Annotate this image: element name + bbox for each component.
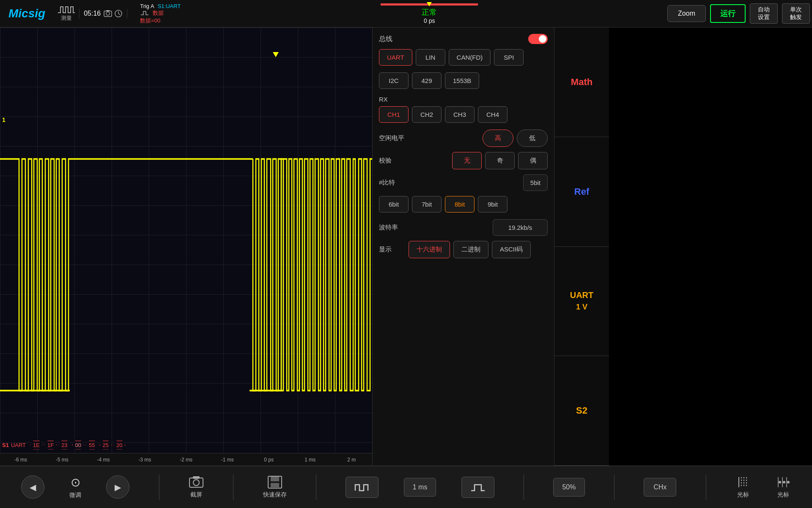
zoom-button[interactable]: Zoom bbox=[667, 5, 706, 22]
bus-section-header: 总线 bbox=[379, 34, 548, 44]
ch1-rx-btn[interactable]: CH1 bbox=[379, 106, 409, 123]
waveform-icon bbox=[58, 5, 75, 14]
check-none-btn[interactable]: 无 bbox=[452, 152, 482, 169]
hex-55: 55 bbox=[86, 441, 98, 450]
cursor2-button[interactable]: 光标 bbox=[776, 475, 791, 499]
sep3 bbox=[316, 475, 316, 500]
bus-toggle[interactable] bbox=[528, 34, 548, 44]
uart-hex-values: 1E 1F 23 00 55 25 20 bbox=[29, 441, 372, 450]
s1-label: S1 bbox=[2, 442, 9, 448]
check-odd-btn[interactable]: 奇 bbox=[485, 152, 515, 169]
right-panel: 总线 UART LIN CAN(FD) SPI I2C 429 1553B RX… bbox=[372, 28, 554, 466]
topbar: Micsig 测量 05:16 Trig A S1:UART bbox=[0, 0, 812, 28]
square-wave-icon bbox=[354, 482, 370, 492]
display-label: 显示 bbox=[379, 246, 404, 254]
check-even-btn[interactable]: 偶 bbox=[518, 152, 548, 169]
6bit-btn[interactable]: 6bit bbox=[379, 196, 409, 213]
clock-time: 05:16 bbox=[84, 10, 101, 17]
baud-label: 波特率 bbox=[379, 224, 488, 232]
measure-label: 测量 bbox=[61, 14, 72, 22]
display-row: 显示 十六进制 二进制 ASCII码 bbox=[379, 241, 548, 258]
time-label-8: 2 m bbox=[331, 457, 372, 463]
idle-label: 空闲电平 bbox=[379, 134, 478, 142]
brand-logo: Micsig bbox=[0, 7, 54, 20]
1553b-btn[interactable]: 1553B bbox=[445, 72, 479, 89]
single-trigger-button[interactable]: 单次 触发 bbox=[782, 3, 810, 24]
cursor2-label: 光标 bbox=[777, 491, 789, 499]
ch4-rx-btn[interactable]: CH4 bbox=[478, 106, 508, 123]
trigger-section: Trig A S1:UART 数据 数据=00 bbox=[127, 3, 193, 25]
uart-far-volt: 1 V bbox=[576, 303, 587, 312]
uart-decode-bar: S1 UART 1E 1F 23 00 55 25 20 bbox=[0, 437, 372, 453]
ref-label: Ref bbox=[574, 186, 589, 197]
math-button[interactable]: Math bbox=[554, 28, 609, 137]
svg-point-20 bbox=[779, 481, 781, 483]
429-btn[interactable]: 429 bbox=[412, 72, 442, 89]
check-label: 校验 bbox=[379, 157, 448, 165]
time-axis: -6 ms -5 ms -4 ms -3 ms -2 ms -1 ms 0 ps… bbox=[0, 453, 372, 466]
trig-protocol: S1:UART bbox=[158, 3, 181, 9]
bin-display-btn[interactable]: 二进制 bbox=[453, 241, 488, 258]
ch2-rx-btn[interactable]: CH2 bbox=[412, 106, 442, 123]
math-label: Math bbox=[571, 77, 593, 88]
9bit-btn[interactable]: 9bit bbox=[478, 196, 508, 213]
waveform-shape-btn1[interactable] bbox=[346, 477, 379, 498]
baud-value[interactable]: 19.2kb/s bbox=[493, 219, 548, 236]
low-btn[interactable]: 低 bbox=[517, 130, 548, 147]
bits-label: #比特 bbox=[379, 179, 519, 187]
waveform-shape-btn2[interactable] bbox=[461, 477, 494, 498]
cursor1-button[interactable]: 光标 bbox=[735, 475, 751, 499]
trig-data: 数据 bbox=[153, 9, 164, 17]
run-button[interactable]: 运行 bbox=[710, 4, 746, 23]
bits-5bit: 5bit bbox=[523, 174, 548, 191]
percent-btn[interactable]: 50% bbox=[553, 478, 584, 497]
hex-1f: 1F bbox=[44, 441, 57, 450]
auto-button[interactable]: 自动 设置 bbox=[750, 3, 778, 24]
center-status: 正常 0 ps bbox=[193, 3, 665, 24]
cursor1-icon bbox=[735, 475, 751, 489]
ch3-rx-btn[interactable]: CH3 bbox=[445, 106, 475, 123]
ref-button[interactable]: Ref bbox=[554, 137, 609, 247]
time-value-btn[interactable]: 1 ms bbox=[404, 478, 436, 497]
save-button[interactable]: 快速保存 bbox=[263, 475, 287, 499]
8bit-btn[interactable]: 8bit bbox=[445, 196, 475, 213]
pulse-wave-icon bbox=[470, 482, 486, 492]
trigger-position-marker bbox=[273, 52, 279, 57]
high-btn[interactable]: 高 bbox=[483, 130, 513, 147]
sep2 bbox=[233, 475, 233, 500]
uart-channel-button[interactable]: UART 1 V bbox=[554, 247, 609, 356]
top-info: 测量 bbox=[54, 5, 79, 22]
chx-btn[interactable]: CHx bbox=[644, 478, 676, 497]
uart-tag: UART bbox=[11, 442, 26, 448]
uart-far-label: UART bbox=[570, 290, 594, 300]
svg-point-11 bbox=[193, 480, 199, 486]
hex-display-btn[interactable]: 十六进制 bbox=[409, 241, 450, 258]
hex-00: 00 bbox=[72, 441, 84, 450]
ascii-display-btn[interactable]: ASCII码 bbox=[492, 241, 531, 258]
svg-point-1 bbox=[106, 12, 110, 15]
svg-rect-2 bbox=[106, 10, 110, 11]
rx-channel-buttons: CH1 CH2 CH3 CH4 bbox=[379, 106, 548, 123]
i2c-btn[interactable]: I2C bbox=[379, 72, 409, 89]
7bit-btn[interactable]: 7bit bbox=[412, 196, 442, 213]
hex-25: 25 bbox=[100, 441, 112, 450]
svg-rect-12 bbox=[193, 476, 200, 479]
camera-icon bbox=[103, 9, 112, 18]
next-button[interactable]: ▶ bbox=[106, 475, 129, 499]
spi-btn[interactable]: SPI bbox=[494, 49, 524, 66]
fine-adjust[interactable]: ⊙ 微调 bbox=[69, 475, 81, 499]
hex-20: 20 bbox=[113, 441, 125, 450]
rx-label: RX bbox=[379, 96, 548, 103]
save-icon bbox=[267, 475, 283, 489]
s2-button[interactable]: S2 bbox=[554, 356, 609, 466]
trig-val: 数据=00 bbox=[140, 17, 181, 25]
protocol-buttons-row1: UART LIN CAN(FD) SPI bbox=[379, 49, 548, 66]
prev-button[interactable]: ◀ bbox=[21, 475, 44, 499]
uart-btn[interactable]: UART bbox=[379, 49, 412, 66]
clock-icon bbox=[114, 9, 123, 18]
lin-btn[interactable]: LIN bbox=[416, 49, 445, 66]
svg-point-22 bbox=[787, 481, 790, 483]
display-buttons: 十六进制 二进制 ASCII码 bbox=[409, 241, 531, 258]
capture-button[interactable]: 截屏 bbox=[189, 475, 204, 499]
canfd-btn[interactable]: CAN(FD) bbox=[449, 49, 491, 66]
